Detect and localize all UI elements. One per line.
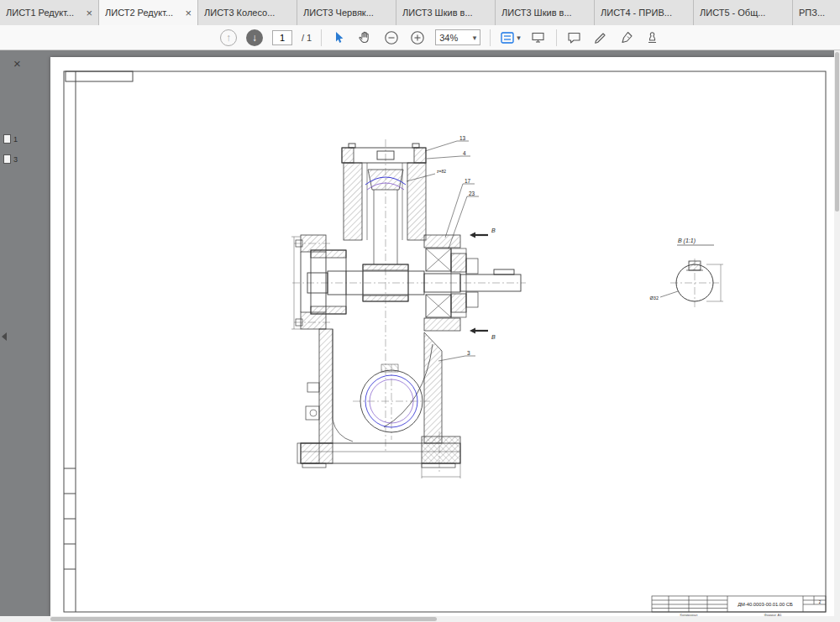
callout-3: 3 [467,350,470,356]
tab-sheet3-shkiv2[interactable]: ЛИСТ3 Шкив в... [496,0,595,25]
tab-sheet3-koleso[interactable]: ЛИСТ3 Колесо... [198,0,297,25]
panel-close-button[interactable]: × [13,57,21,70]
crosshatch-overlay [422,436,460,463]
toolbar-divider [321,29,322,46]
bookmark-item[interactable]: 1 [3,134,18,144]
horizontal-scrollbar-thumb[interactable] [50,617,437,621]
panel-collapse-handle[interactable] [0,327,8,346]
vertical-scrollbar-thumb[interactable] [835,52,839,212]
comment-tool-button[interactable] [566,29,583,46]
tab-label: ЛИСТ3 Червяк... [303,8,390,18]
toolbar-divider [490,29,491,46]
dimension-lines [291,237,723,478]
page-icon [3,134,11,144]
bookmark-item[interactable]: 3 [3,154,18,164]
tab-label: РПЗ... [799,8,840,18]
engineering-drawing: В В 13 4 17 23 3 z=82 [50,57,834,616]
pencil-icon [592,29,609,46]
page-number-input[interactable] [272,30,292,45]
tab-label: ЛИСТ3 Колесо... [204,8,291,18]
tab-sheet5-obshy[interactable]: ЛИСТ5 - Общ... [694,0,793,25]
select-tool-button[interactable] [331,29,348,46]
tab-rpz[interactable]: РПЗ... [793,0,840,25]
tab-sheet1[interactable]: ЛИСТ1 Редукт... × [0,0,99,25]
tab-label: ЛИСТ3 Шкив в... [402,8,489,18]
tab-sheet3-shkiv1[interactable]: ЛИСТ3 Шкив в... [396,0,496,25]
zoom-in-button[interactable] [409,29,426,46]
highlight-tool-button[interactable] [592,29,609,46]
detail-title: В (1:1) [678,238,696,244]
gear-note: z=82 [437,169,446,174]
chevron-left-icon [2,332,7,341]
chevron-down-icon: ▾ [473,34,477,42]
prev-page-button[interactable]: ↑ [220,29,237,46]
chevron-down-icon: ▾ [517,34,521,42]
arrow-down-icon: ↓ [252,32,257,44]
vertical-scrollbar[interactable] [834,50,840,616]
detail-dimension: Ø32 [650,295,659,301]
fountain-pen-icon [618,29,635,46]
title-block-doc-number: ДМ-40.0003-00.01.00 СБ [738,602,793,607]
stamp-tool-button[interactable] [644,29,661,46]
hand-icon [357,29,374,46]
callout-17: 17 [465,178,471,184]
hatched-sections [301,148,701,463]
arrow-up-icon: ↑ [226,32,231,44]
fit-page-button[interactable]: ▾ [500,30,521,45]
tab-sheet4-privod[interactable]: ЛИСТ4 - ПРИВ... [595,0,694,25]
tab-sheet2-active[interactable]: ЛИСТ2 Редукт... × [99,0,198,25]
horizontal-scrollbar[interactable] [0,616,840,622]
sign-tool-button[interactable] [618,29,635,46]
drawing-frame [64,71,826,612]
tab-close-icon[interactable]: × [185,8,192,18]
callout-4: 4 [463,150,466,156]
toolbar-divider [556,29,557,46]
section-label-upper: В [491,227,496,233]
screen-icon [530,29,547,46]
reading-mode-button[interactable] [530,29,547,46]
zoom-level-select[interactable]: 34% ▾ [435,29,480,45]
section-label-lower: В [491,334,496,340]
main-toolbar: ↑ ↓ / 1 34% ▾ [0,25,840,50]
callout-13: 13 [459,135,466,141]
page-count-label: / 1 [302,33,312,43]
tab-close-icon[interactable]: × [86,8,92,18]
stamp-icon [644,29,661,46]
zoom-in-icon [409,29,426,46]
comment-bubble-icon [566,29,583,46]
zoom-out-icon [383,29,400,46]
tab-label: ЛИСТ5 - Общ... [700,8,786,18]
tab-label: ЛИСТ1 Редукт... [6,8,82,18]
page-icon [3,154,11,164]
bookmarks-panel: 1 3 [3,134,18,164]
tab-bar: ЛИСТ1 Редукт... × ЛИСТ2 Редукт... × ЛИСТ… [0,0,840,25]
tab-label: ЛИСТ4 - ПРИВ... [601,8,687,18]
select-arrow-icon [331,29,348,46]
bookmark-label: 3 [13,155,18,164]
hand-tool-button[interactable] [357,29,374,46]
zoom-out-button[interactable] [383,29,400,46]
detail-view [676,245,714,301]
callout-23: 23 [469,191,475,196]
tab-label: ЛИСТ2 Редукт... [105,8,181,18]
fit-page-icon [500,30,515,45]
tab-sheet3-chervyak[interactable]: ЛИСТ3 Червяк... [297,0,396,25]
pdf-page: В В 13 4 17 23 3 z=82 [50,57,834,616]
zoom-level-value: 34% [439,33,458,43]
next-page-button[interactable]: ↓ [246,29,263,46]
document-canvas: × 1 3 [0,50,840,622]
tab-label: ЛИСТ3 Шкив в... [501,8,588,18]
bookmark-label: 1 [13,135,18,144]
